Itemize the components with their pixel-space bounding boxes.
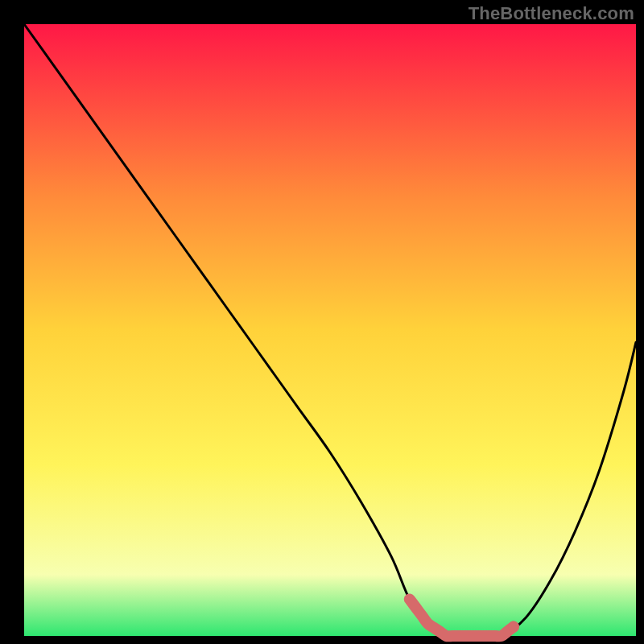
optimal-range-end-dot — [508, 621, 519, 633]
chart-stage: TheBottleneck.com — [0, 0, 644, 644]
watermark-text: TheBottleneck.com — [469, 3, 634, 24]
bottleneck-chart — [0, 0, 644, 644]
gradient-background — [24, 24, 636, 636]
